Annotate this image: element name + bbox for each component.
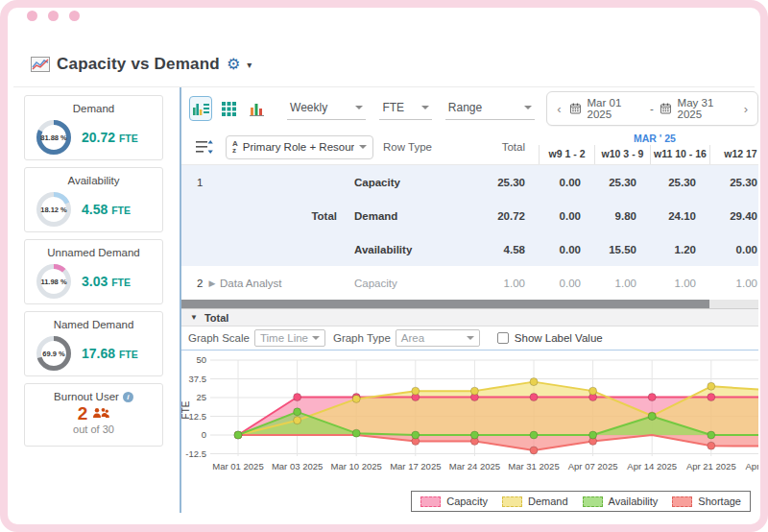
svg-text:Mar 31 2025: Mar 31 2025 (508, 461, 559, 472)
area-chart: 5037.52512.50-12.5FTEMar 01 2025Mar 03 2… (181, 351, 758, 487)
legend-label: Demand (528, 496, 568, 507)
cell-week-value: 0.00 (539, 177, 594, 188)
data-point[interactable] (234, 431, 242, 439)
svg-text:12.5: 12.5 (189, 411, 207, 422)
data-point[interactable] (708, 442, 715, 449)
grid-view-icon (222, 102, 236, 116)
svg-text:Mar 10 2025: Mar 10 2025 (331, 461, 382, 472)
data-point[interactable] (294, 394, 301, 401)
table-row[interactable]: TotalDemand20.720.009.8024.1029.40 (181, 199, 758, 232)
window-control-dot[interactable] (27, 11, 37, 21)
show-label-value-label: Show Label Value (515, 332, 603, 344)
svg-text:FTE: FTE (181, 400, 191, 419)
burnout-card-title: Burnout User (54, 391, 119, 402)
metric-card-demand: Demand81.88 %20.72 FTE (24, 95, 163, 160)
donut-chart: 69.9 % (36, 335, 72, 372)
chevron-down-icon (355, 106, 363, 109)
grid-view-button[interactable] (217, 96, 240, 121)
svg-text:-12.5: -12.5 (185, 448, 206, 459)
sort-filter-icon[interactable] (196, 139, 213, 155)
expand-caret-icon[interactable]: ▶ (208, 278, 215, 288)
svg-text:Apr 21 2025: Apr 21 2025 (686, 461, 736, 472)
date-range-picker: ‹ Mar 01 2025 - May 31 2025 › (546, 91, 758, 126)
cell-total: 1.00 (479, 278, 539, 289)
cell-row-type: Capacity (354, 278, 479, 289)
legend-item-shortage[interactable]: Shortage (672, 496, 741, 507)
cell-row-type: Demand (354, 210, 479, 222)
settings-caret-icon[interactable]: ▾ (247, 60, 252, 70)
info-icon[interactable]: i (123, 392, 133, 402)
graph-scale-select[interactable]: Time Line (254, 329, 325, 347)
data-point[interactable] (294, 408, 301, 416)
range-mode-select[interactable]: Range (445, 97, 536, 120)
donut-chart: 18.12 % (36, 191, 72, 228)
cell-week-value: 9.80 (594, 210, 650, 222)
table-chart-view-icon (193, 102, 209, 116)
data-point[interactable] (530, 431, 538, 439)
scrollbar-thumb[interactable] (181, 300, 709, 308)
card-title: Availability (25, 168, 162, 191)
chart-legend: CapacityDemandAvailabilityShortage (411, 491, 751, 512)
settings-gear-icon[interactable]: ⚙ (227, 57, 240, 72)
range-next-button[interactable]: › (742, 103, 750, 115)
metric-card-unnamed-demand: Unnamed Demand11.98 %3.03 FTE (24, 239, 163, 304)
window-control-dot[interactable] (48, 11, 59, 21)
metrics-sidebar: Demand81.88 %20.72 FTEAvailability18.12 … (24, 95, 163, 447)
table-group: 1Capacity25.300.0025.3025.3025.30TotalDe… (181, 165, 758, 266)
calendar-icon (570, 103, 581, 114)
cell-row-type: Availability (354, 244, 479, 255)
cell-week-value: 0.00 (539, 244, 594, 255)
bar-chart-view-button[interactable] (246, 96, 269, 121)
sort-az-icon: Az (232, 140, 238, 154)
cell-week-value: 1.00 (709, 278, 758, 289)
data-point[interactable] (294, 417, 301, 424)
range-prev-button[interactable]: ‹ (555, 103, 563, 115)
range-mode-value: Range (448, 101, 482, 114)
legend-item-demand[interactable]: Demand (502, 496, 568, 507)
cell-week-value: 15.50 (594, 244, 650, 255)
data-point[interactable] (470, 387, 478, 395)
data-point[interactable] (708, 394, 715, 401)
graph-type-label: Graph Type (333, 332, 391, 344)
date-from[interactable]: Mar 01 2025 (588, 97, 643, 120)
data-point[interactable] (708, 382, 715, 390)
legend-item-capacity[interactable]: Capacity (420, 496, 488, 507)
data-point[interactable] (412, 431, 420, 439)
metric-card-named-demand: Named Demand69.9 %17.68 FTE (24, 311, 163, 376)
show-label-value-checkbox[interactable] (497, 332, 509, 344)
grouping-select[interactable]: Az Primary Role + Resource... (226, 135, 373, 159)
data-point[interactable] (589, 431, 597, 439)
table-chart-view-button[interactable] (189, 96, 212, 121)
data-point[interactable] (352, 395, 360, 402)
data-point[interactable] (412, 387, 420, 395)
graph-type-select[interactable]: Area (396, 329, 480, 347)
period-select[interactable]: Weekly (287, 97, 366, 120)
total-column-header: Total (502, 141, 539, 153)
unit-select[interactable]: FTE (379, 97, 431, 120)
data-point[interactable] (530, 378, 538, 386)
chevron-down-icon (359, 145, 367, 149)
main-panel: Weekly FTE Range ‹ Mar 01 2025 - May 31 … (180, 87, 758, 513)
window-control-dot[interactable] (69, 11, 80, 21)
legend-item-availability[interactable]: Availability (583, 496, 659, 507)
data-point[interactable] (530, 394, 538, 401)
period-select-value: Weekly (290, 101, 327, 114)
data-point[interactable] (530, 447, 538, 454)
data-point[interactable] (648, 394, 656, 401)
date-to[interactable]: May 31 2025 (678, 97, 735, 120)
donut-percent-label: 18.12 % (36, 191, 72, 228)
cell-week-value: 25.30 (594, 177, 650, 188)
data-point[interactable] (470, 431, 478, 439)
group-name: Total (220, 210, 354, 222)
data-point[interactable] (352, 429, 360, 437)
table-row[interactable]: 1Capacity25.300.0025.3025.3025.30 (181, 165, 758, 199)
window-controls (27, 11, 80, 21)
table-row[interactable]: 2▶Data AnalystCapacity1.000.001.001.001.… (181, 266, 758, 300)
week-column-header: w12 17 (709, 145, 758, 164)
total-section-header[interactable]: ▼ Total (181, 308, 758, 326)
data-point[interactable] (648, 413, 656, 421)
donut-percent-label: 81.88 % (36, 119, 72, 156)
data-point[interactable] (708, 431, 715, 439)
table-row[interactable]: Availability4.580.0015.501.200.00 (181, 232, 758, 266)
data-point[interactable] (589, 387, 597, 395)
